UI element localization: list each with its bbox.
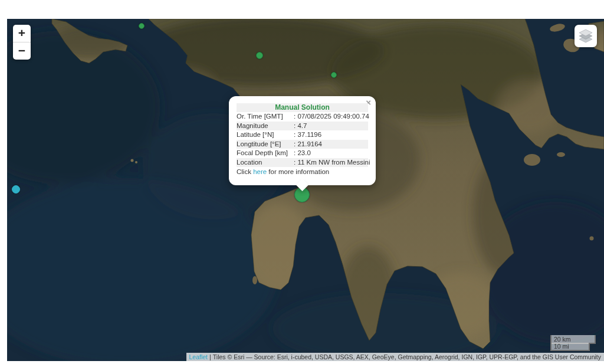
scale-control: 20 km 10 mi: [550, 335, 596, 351]
popup: × Manual Solution Or. Time [GMT] : 07/08…: [229, 96, 376, 185]
popup-row-label: Latitude [°N]: [237, 130, 294, 140]
popup-row-value: : 23.0: [294, 149, 368, 158]
popup-row-label: Or. Time [GMT]: [237, 112, 294, 122]
popup-row-label: Magnitude: [237, 122, 294, 131]
popup-row-value: : 21.9164: [294, 140, 368, 149]
popup-row-label: Location: [237, 158, 294, 168]
layers-icon: [578, 29, 593, 43]
popup-row-value: : 11 Km NW from Messini: [294, 158, 370, 168]
popup-row-value: : 4.7: [294, 122, 368, 131]
event-marker-small-3[interactable]: [331, 72, 337, 78]
zoom-control: + −: [13, 25, 31, 60]
popup-row: Longtitude [°E] : 21.9164: [237, 140, 368, 149]
popup-row: Magnitude : 4.7: [237, 122, 368, 131]
footer-text-pre: Click: [237, 168, 253, 175]
layers-control[interactable]: [575, 25, 597, 47]
popup-content: Manual Solution Or. Time [GMT] : 07/08/2…: [237, 103, 368, 177]
attribution-divider: |: [209, 353, 211, 360]
zoom-out-button[interactable]: −: [13, 42, 31, 60]
leaflet-link[interactable]: Leaflet: [189, 353, 208, 360]
zoom-in-button[interactable]: +: [13, 25, 31, 42]
popup-row: Latitude [°N] : 37.1196: [237, 130, 368, 140]
popup-row-value: : 07/08/2025 09:49:00.74: [294, 112, 369, 122]
attribution-text: Tiles © Esri — Source: Esri, i-cubed, US…: [213, 353, 601, 360]
event-marker-small-1[interactable]: [139, 23, 145, 29]
popup-row-label: Longtitude [°E]: [237, 140, 294, 149]
popup-title: Manual Solution: [237, 103, 368, 112]
popup-row: Location : 11 Km NW from Messini: [237, 158, 368, 168]
popup-row: Focal Depth [km] : 23.0: [237, 149, 368, 158]
map-canvas[interactable]: + − × Manual Solution Or. Time [GMT] : 0…: [7, 19, 604, 361]
footer-text-post: for more information: [267, 168, 329, 175]
event-marker-teal[interactable]: [12, 185, 20, 194]
more-info-link[interactable]: here: [253, 168, 267, 175]
popup-footer: Click here for more information: [237, 167, 368, 177]
attribution-bar: Leaflet|Tiles © Esri — Source: Esri, i-c…: [186, 353, 604, 361]
popup-row: Or. Time [GMT] : 07/08/2025 09:49:00.74: [237, 112, 368, 122]
popup-row-value: : 37.1196: [294, 130, 368, 140]
event-marker-small-2[interactable]: [256, 52, 263, 59]
scale-mi: 10 mi: [550, 343, 590, 351]
popup-row-label: Focal Depth [km]: [237, 149, 294, 158]
